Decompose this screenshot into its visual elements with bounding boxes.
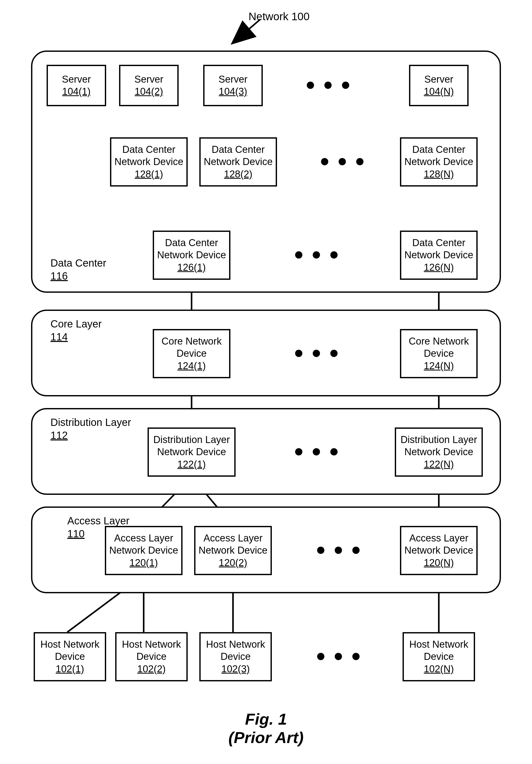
dc-device-128-2: Data Center Network Device 128(2): [200, 137, 277, 187]
server-id: 104(1): [62, 86, 91, 98]
layer-data-center-name: Data Center: [51, 257, 106, 269]
dc-device-126-1: Data Center Network Device 126(1): [153, 231, 230, 280]
host-device-1: Host Network Device 102(1): [34, 632, 106, 681]
device-name-l2: Device: [424, 651, 454, 663]
device-name-l1: Data Center: [212, 143, 265, 156]
device-name-l1: Core Network: [162, 335, 221, 348]
device-name-l1: Host Network: [40, 638, 99, 651]
device-id: 124(1): [177, 360, 206, 372]
host-device-n: Host Network Device 102(N): [403, 632, 475, 681]
dc-device-126-n: Data Center Network Device 126(N): [400, 231, 477, 280]
device-name-l2: Network Device: [204, 156, 273, 168]
device-name-l2: Network Device: [404, 249, 473, 262]
device-id: 124(N): [424, 360, 454, 372]
device-name-l1: Host Network: [122, 638, 181, 651]
layer-core-name: Core Layer: [51, 318, 102, 329]
server-name: Server: [218, 73, 247, 86]
device-name-l1: Host Network: [409, 638, 468, 651]
layer-core-label: Core Layer 114: [51, 317, 102, 343]
layer-access-name: Access Layer: [67, 515, 129, 526]
dc-device-128-n: Data Center Network Device 128(N): [400, 137, 477, 187]
layer-dist-id: 112: [51, 430, 68, 441]
device-id: 122(1): [177, 458, 206, 471]
device-name-l1: Access Layer: [203, 532, 262, 545]
access-device-1: Access Layer Network Device 120(1): [105, 526, 183, 575]
device-name-l1: Distribution Layer: [400, 434, 477, 446]
device-name-l1: Access Layer: [409, 532, 468, 545]
server-1: Server 104(1): [47, 65, 106, 106]
server-name: Server: [424, 73, 453, 86]
core-device-n: Core Network Device 124(N): [400, 329, 477, 378]
server-id: 104(N): [424, 86, 454, 98]
device-id: 102(1): [56, 663, 84, 675]
device-id: 128(1): [135, 168, 163, 181]
server-name: Server: [62, 73, 91, 86]
host-device-3: Host Network Device 102(3): [200, 632, 272, 681]
device-name-l2: Network Device: [404, 446, 473, 458]
device-id: 122(N): [424, 458, 454, 471]
layer-core-id: 114: [51, 331, 68, 342]
device-name-l1: Host Network: [206, 638, 265, 651]
device-name-l2: Network Device: [404, 544, 473, 557]
device-id: 120(N): [424, 557, 454, 569]
caption-line-2: (Prior Art): [228, 728, 304, 746]
device-name-l2: Network Device: [157, 446, 226, 458]
device-id: 120(2): [219, 557, 247, 569]
dist-device-n: Distribution Layer Network Device 122(N): [395, 428, 483, 477]
server-id: 104(3): [219, 86, 247, 98]
device-name-l1: Data Center: [412, 237, 466, 249]
core-device-1: Core Network Device 124(1): [153, 329, 230, 378]
access-device-2: Access Layer Network Device 120(2): [194, 526, 272, 575]
caption-line-1: Fig. 1: [245, 710, 287, 728]
device-id: 126(1): [177, 262, 206, 274]
layer-distribution-label: Distribution Layer 112: [51, 416, 131, 442]
ellipsis-icon: [307, 82, 349, 89]
host-device-2: Host Network Device 102(2): [115, 632, 188, 681]
device-name-l2: Network Device: [199, 544, 267, 557]
diagram-canvas: Network 100 Data: [0, 0, 532, 764]
device-name-l2: Device: [177, 347, 206, 360]
device-id: 126(N): [424, 262, 454, 274]
server-n: Server 104(N): [409, 65, 468, 106]
layer-access-id: 110: [67, 528, 85, 539]
device-id: 120(1): [129, 557, 158, 569]
dc-device-128-1: Data Center Network Device 128(1): [110, 137, 188, 187]
device-name-l1: Data Center: [122, 143, 176, 156]
device-name-l2: Network Device: [114, 156, 183, 168]
ellipsis-icon: [321, 158, 363, 165]
device-id: 102(2): [137, 663, 166, 675]
device-id: 128(N): [424, 168, 454, 181]
ellipsis-icon: [317, 547, 359, 554]
device-name-l1: Distribution Layer: [153, 434, 230, 446]
device-name-l1: Data Center: [165, 237, 218, 249]
server-2: Server 104(2): [119, 65, 179, 106]
ellipsis-icon: [295, 350, 337, 357]
layer-data-center-label: Data Center 116: [51, 257, 106, 283]
device-name-l1: Access Layer: [114, 532, 173, 545]
device-name-l1: Data Center: [412, 143, 466, 156]
device-name-l2: Device: [220, 651, 251, 663]
ellipsis-icon: [295, 251, 337, 259]
device-name-l2: Network Device: [404, 156, 473, 168]
device-name-l2: Network Device: [157, 249, 226, 262]
access-device-n: Access Layer Network Device 120(N): [400, 526, 477, 575]
server-3: Server 104(3): [203, 65, 263, 106]
layer-data-center-id: 116: [51, 270, 68, 282]
device-name-l1: Core Network: [409, 335, 469, 348]
svg-line-1: [233, 19, 260, 43]
device-id: 128(2): [224, 168, 252, 181]
device-name-l2: Device: [136, 651, 167, 663]
server-id: 104(2): [135, 86, 163, 98]
ellipsis-icon: [317, 653, 359, 660]
server-name: Server: [134, 73, 163, 86]
ellipsis-icon: [295, 448, 337, 456]
device-name-l2: Device: [55, 651, 85, 663]
device-name-l2: Device: [424, 347, 454, 360]
dist-device-1: Distribution Layer Network Device 122(1): [148, 428, 236, 477]
diagram-title: Network 100: [248, 10, 310, 23]
device-id: 102(3): [221, 663, 250, 675]
figure-caption: Fig. 1 (Prior Art): [0, 710, 532, 747]
device-name-l2: Network Device: [109, 544, 178, 557]
layer-dist-name: Distribution Layer: [51, 417, 131, 428]
device-id: 102(N): [424, 663, 454, 675]
